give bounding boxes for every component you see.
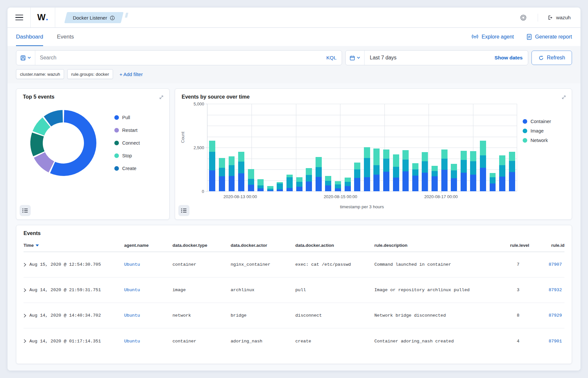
- bar-segment-container[interactable]: [470, 175, 476, 191]
- filter-pill[interactable]: rule.groups: docker: [67, 69, 113, 79]
- bar-segment-container[interactable]: [296, 187, 302, 191]
- bar-segment-image[interactable]: [364, 158, 370, 177]
- bar-segment-image[interactable]: [335, 184, 341, 188]
- bar-segment-network[interactable]: [441, 150, 448, 159]
- legend-item-container[interactable]: Container: [523, 119, 567, 124]
- bar-segment-image[interactable]: [354, 169, 360, 178]
- bar-segment-image[interactable]: [373, 165, 380, 175]
- bar-segment-network[interactable]: [461, 151, 467, 160]
- bar-segment-container[interactable]: [238, 173, 244, 191]
- bar-segment-container[interactable]: [373, 175, 380, 191]
- cell-value[interactable]: 87932: [548, 288, 562, 292]
- bar-segment-network[interactable]: [490, 173, 496, 177]
- column-header-level[interactable]: rule.level: [497, 243, 529, 248]
- bar-segment-network[interactable]: [470, 151, 476, 161]
- bar-segment-network[interactable]: [229, 156, 235, 165]
- legend-item-restart[interactable]: Restart: [114, 128, 140, 133]
- bar-segment-network[interactable]: [480, 141, 486, 156]
- bar-segment-network[interactable]: [286, 175, 293, 177]
- bar-segment-image[interactable]: [209, 152, 215, 170]
- menu-icon[interactable]: [13, 11, 26, 24]
- expand-row-icon[interactable]: [24, 339, 26, 343]
- bar-segment-network[interactable]: [238, 152, 244, 161]
- bar-segment-container[interactable]: [219, 176, 225, 191]
- bar-segment-container[interactable]: [345, 186, 351, 191]
- cell-value[interactable]: 87901: [548, 339, 562, 344]
- bar-segment-container[interactable]: [306, 181, 312, 191]
- donut-slice-connect[interactable]: [30, 133, 44, 156]
- bar-segment-container[interactable]: [335, 188, 341, 191]
- bar-segment-image[interactable]: [441, 159, 448, 169]
- cell-value[interactable]: Ubuntu: [124, 339, 140, 344]
- bar-segment-image[interactable]: [277, 183, 283, 189]
- bar-segment-image[interactable]: [219, 168, 225, 177]
- bar-segment-container[interactable]: [393, 178, 399, 191]
- bar-segment-container[interactable]: [267, 190, 273, 191]
- bar-segment-network[interactable]: [257, 179, 264, 185]
- bar-segment-container[interactable]: [229, 176, 235, 191]
- legend-item-connect[interactable]: Connect: [114, 140, 140, 146]
- bar-segment-network[interactable]: [219, 158, 225, 167]
- bar-segment-container[interactable]: [316, 177, 322, 191]
- panel-inspect-button[interactable]: [178, 205, 189, 216]
- status-ring-icon[interactable]: [514, 14, 533, 22]
- bar-segment-network[interactable]: [383, 150, 389, 159]
- bar-segment-network[interactable]: [277, 182, 283, 183]
- tab-events[interactable]: Events: [57, 28, 74, 46]
- wazuh-logo[interactable]: W.: [35, 12, 50, 23]
- bar-segment-image[interactable]: [296, 182, 302, 187]
- cell-value[interactable]: Ubuntu: [124, 313, 140, 318]
- add-filter-button[interactable]: + Add filter: [120, 71, 143, 77]
- bar-segment-image[interactable]: [451, 170, 457, 178]
- bar-segment-container[interactable]: [209, 170, 215, 191]
- bar-segment-image[interactable]: [383, 159, 389, 172]
- refresh-button[interactable]: Refresh: [531, 51, 572, 65]
- bar-segment-image[interactable]: [316, 167, 322, 177]
- expand-row-icon[interactable]: [24, 314, 26, 318]
- bar-segment-container[interactable]: [412, 176, 418, 191]
- bar-segment-network[interactable]: [402, 150, 409, 160]
- donut-slice-restart[interactable]: [34, 152, 54, 172]
- saved-queries-button[interactable]: [16, 51, 35, 65]
- bar-segment-image[interactable]: [238, 162, 244, 173]
- bar-segment-network[interactable]: [373, 149, 380, 165]
- bar-segment-container[interactable]: [490, 183, 496, 191]
- bar-segment-network[interactable]: [296, 177, 302, 181]
- info-icon[interactable]: [110, 15, 115, 20]
- cell-value[interactable]: 87907: [548, 262, 562, 267]
- bar-segment-network[interactable]: [432, 166, 438, 171]
- expand-row-icon[interactable]: [24, 288, 26, 292]
- bar-segment-network[interactable]: [509, 152, 515, 161]
- bar-segment-image[interactable]: [257, 185, 264, 189]
- kql-toggle[interactable]: KQL: [321, 55, 342, 61]
- bar-segment-network[interactable]: [209, 141, 215, 152]
- bar-segment-container[interactable]: [364, 177, 370, 191]
- bar-segment-image[interactable]: [412, 169, 418, 176]
- date-picker-menu-button[interactable]: [346, 51, 365, 65]
- cell-value[interactable]: Ubuntu: [124, 288, 140, 292]
- bar-segment-container[interactable]: [248, 185, 254, 191]
- search-input[interactable]: [35, 55, 321, 61]
- tab-dashboard[interactable]: Dashboard: [16, 28, 43, 46]
- bar-segment-network[interactable]: [248, 169, 254, 179]
- bar-segment-network[interactable]: [345, 178, 351, 182]
- column-header-id[interactable]: rule.id: [529, 243, 564, 248]
- bar-segment-image[interactable]: [470, 161, 476, 175]
- bar-segment-image[interactable]: [393, 167, 399, 178]
- bar-segment-container[interactable]: [354, 178, 360, 191]
- bar-segment-container[interactable]: [480, 168, 486, 191]
- legend-item-network[interactable]: Network: [523, 138, 567, 143]
- explore-agent-button[interactable]: Explore agent: [471, 34, 514, 40]
- bar-segment-container[interactable]: [257, 188, 264, 191]
- bar-segment-network[interactable]: [451, 164, 457, 170]
- bar-segment-image[interactable]: [267, 189, 273, 190]
- breadcrumb-module-chip[interactable]: Docker Listener: [64, 12, 124, 23]
- bar-segment-container[interactable]: [286, 188, 293, 191]
- expand-panel-icon[interactable]: [561, 94, 567, 101]
- bar-segment-image[interactable]: [306, 175, 312, 181]
- column-header-actor[interactable]: data.docker.actor: [231, 243, 295, 248]
- bar-segment-network[interactable]: [354, 163, 360, 169]
- bar-segment-image[interactable]: [229, 165, 235, 176]
- bar-segment-image[interactable]: [325, 181, 331, 185]
- bar-segment-container[interactable]: [325, 185, 331, 191]
